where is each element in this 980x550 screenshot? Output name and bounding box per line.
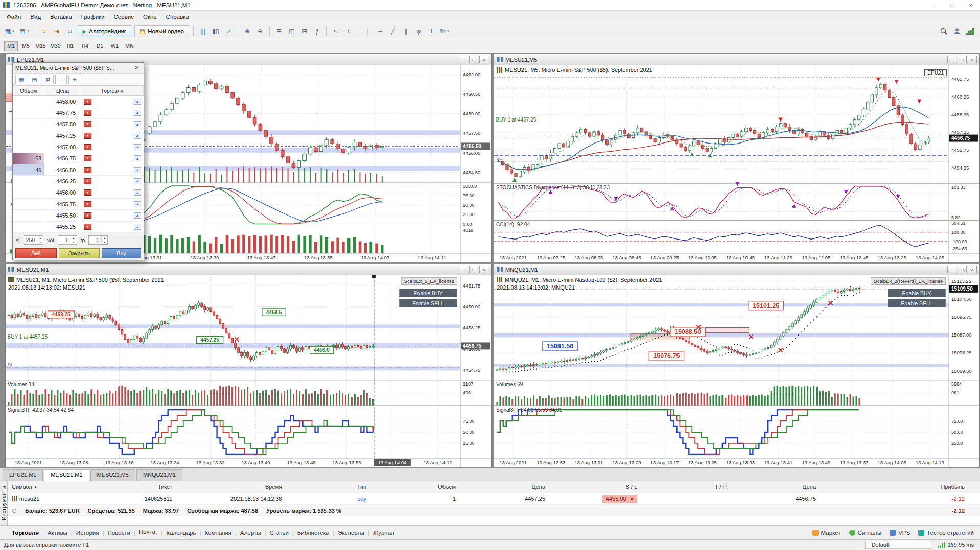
dom-depth-button[interactable]: ≡ <box>55 75 67 84</box>
ladder-price-cell[interactable]: 4455.75 <box>44 199 81 209</box>
collapse-icon[interactable]: ⊖ <box>12 507 17 514</box>
sell-at-price-button[interactable]: ▼ <box>84 121 91 127</box>
ladder-price-cell[interactable]: 4457.25 <box>44 130 81 141</box>
sell-at-price-button[interactable]: ▼ <box>84 189 91 196</box>
window-maximize-button[interactable]: □ <box>943 0 962 10</box>
zoom-out-button[interactable]: ⊖ <box>254 25 266 37</box>
chart-canvas-mesu21-m5[interactable]: 4461.754460.254458.754457.254455.754454.… <box>494 65 979 262</box>
buy-at-price-button[interactable]: ▲ <box>134 144 141 150</box>
dom-orders-button[interactable]: ▤ <box>29 75 40 84</box>
ladder-price-cell[interactable]: 4455.50 <box>44 210 81 221</box>
ladder-price-cell[interactable]: 4458.00 <box>44 96 81 107</box>
volume-stepper[interactable]: 1 ▲▼ <box>58 235 77 245</box>
profiles-button[interactable]: ▤▼ <box>17 25 31 37</box>
sell-at-price-button[interactable]: ▼ <box>84 155 91 161</box>
toolbox-tab-Статьи[interactable]: Статьи <box>266 528 292 538</box>
sell-at-price-button[interactable]: ▼ <box>84 110 91 116</box>
column-header-trade[interactable]: Торговля <box>81 86 144 95</box>
menu-Вид[interactable]: Вид <box>26 12 45 21</box>
signals-button[interactable]: Сигналы <box>849 530 882 536</box>
ladder-price-cell[interactable]: 4456.00 <box>44 187 81 198</box>
column-header-Тикет[interactable]: Тикет <box>89 484 176 490</box>
timeframe-H1[interactable]: H1 <box>63 41 77 51</box>
toolbox-tab-Календарь[interactable]: Календарь <box>162 528 199 538</box>
channel-button[interactable]: ∥ <box>400 25 412 37</box>
new-order-button[interactable]: ▤ Новый ордер <box>134 25 189 37</box>
timeframe-MN[interactable]: MN <box>123 41 136 51</box>
vps-button[interactable]: VPS <box>890 530 910 536</box>
community-button[interactable]: ☺ <box>64 25 76 37</box>
app-titlebar[interactable]: 1263286 - AMPGlobalEU-Demo: Демо-счет - … <box>0 0 980 11</box>
buy-at-price-button[interactable]: ▲ <box>134 189 141 196</box>
timeframe-D1[interactable]: D1 <box>93 41 107 51</box>
toolbox-tab-Активы[interactable]: Активы <box>44 528 71 538</box>
timeframe-M15[interactable]: M15 <box>34 41 48 51</box>
candles-chart-button[interactable]: ▮▯ <box>209 25 222 37</box>
chart-maximize-button[interactable]: □ <box>958 56 967 63</box>
stepper-arrows[interactable]: ▲▼ <box>101 236 107 244</box>
buy-at-price-button[interactable]: ▲ <box>134 99 141 105</box>
column-header-S / L[interactable]: S / L <box>549 484 641 490</box>
sl-stepper[interactable]: 250 ▲▼ <box>24 235 44 245</box>
chart-maximize-button[interactable]: □ <box>469 56 478 63</box>
column-header-price[interactable]: Цена <box>44 86 81 95</box>
ladder-price-cell[interactable]: 4457.50 <box>44 119 81 130</box>
column-header-Символ[interactable]: Символ▲ <box>8 484 89 490</box>
zoom-in-button[interactable]: ⊕ <box>241 25 253 37</box>
window-minimize-button[interactable]: – <box>925 0 943 10</box>
chart-maximize-button[interactable]: □ <box>469 266 478 273</box>
chart-tab-MESU21,M1[interactable]: MESU21,M1 <box>44 469 89 481</box>
chart-minimize-button[interactable]: – <box>459 56 468 63</box>
menu-Справка[interactable]: Справка <box>161 12 194 21</box>
sell-at-price-button[interactable]: ▼ <box>84 167 91 173</box>
toolbox-tab-История[interactable]: История <box>73 528 103 538</box>
chart-minimize-button[interactable]: – <box>459 266 468 273</box>
horizontal-line-button[interactable]: ─ <box>374 25 386 37</box>
chart-minimize-button[interactable]: – <box>947 266 956 273</box>
toolbox-tab-Новости[interactable]: Новости <box>104 528 134 538</box>
buy-at-price-button[interactable]: ▲ <box>134 121 141 127</box>
sell-at-price-button[interactable]: ▼ <box>84 201 91 207</box>
chart-titlebar[interactable]: MESU21,M1 – □ × <box>6 264 491 275</box>
ladder-price-cell[interactable]: 4457.00 <box>44 141 81 152</box>
enable-sell-button[interactable]: Enable SELL <box>888 299 946 307</box>
toolbox-tab-Торговля[interactable]: Торговля <box>8 528 42 538</box>
arrange-vertical-button[interactable]: ⊟ <box>298 25 311 37</box>
toolbox-tab-Библиотека[interactable]: Библиотека <box>294 528 333 538</box>
enable-buy-button[interactable]: Enable BUY <box>399 289 457 297</box>
news-button[interactable]: ◄ <box>51 25 63 37</box>
chart-canvas-mesu21-m1[interactable]: 4461.754460.004458.254456.504454.75SL445… <box>6 275 491 467</box>
buy-at-price-button[interactable]: ▲ <box>134 167 141 173</box>
enable-sell-button[interactable]: Enable SELL <box>399 299 457 307</box>
chart-tab-MNQU21,M1[interactable]: MNQU21,M1 <box>136 469 182 481</box>
stepper-arrows[interactable]: ▲▼ <box>37 236 43 244</box>
ladder-price-cell[interactable]: 4455.25 <box>44 222 81 232</box>
ladder-price-cell[interactable]: 4456.50 <box>44 164 81 175</box>
cursor-button[interactable]: ↖ <box>330 25 342 37</box>
new-chart-button[interactable]: ▦▼ <box>3 25 17 37</box>
chart-minimize-button[interactable]: – <box>947 56 956 63</box>
column-header-Объем[interactable]: Объем <box>370 484 460 490</box>
menu-Окно[interactable]: Окно <box>138 12 161 21</box>
chart-close-button[interactable]: × <box>479 56 488 63</box>
buy-at-price-button[interactable]: ▲ <box>134 212 141 219</box>
sell-at-price-button[interactable]: ▼ <box>84 99 91 105</box>
arrange-horizontal-button[interactable]: ◫ <box>286 25 298 37</box>
remove-sl-button[interactable]: × <box>631 496 634 502</box>
toolbox-tab-Компания[interactable]: Компания <box>201 528 235 538</box>
buy-at-price-button[interactable]: ▲ <box>134 224 141 230</box>
chart-tab-MESU21,M5[interactable]: MESU21,M5 <box>90 469 135 481</box>
column-header-Цена[interactable]: Цена <box>731 484 820 490</box>
sell-at-price-button[interactable]: ▼ <box>84 133 91 139</box>
stepper-arrows[interactable]: ▲▼ <box>71 236 77 244</box>
text-button[interactable]: T <box>425 25 437 37</box>
timeframe-H4[interactable]: H4 <box>78 41 92 51</box>
buy-at-price-button[interactable]: ▲ <box>134 201 141 207</box>
chart-close-button[interactable]: × <box>479 266 488 273</box>
chart-titlebar[interactable]: MESU21,M5 – □ × <box>494 54 979 65</box>
column-header-Прибыль[interactable]: Прибыль <box>820 484 980 490</box>
toolbox-tab-Почта[interactable]: Почта7 <box>135 527 161 538</box>
toolbox-tab-Журнал[interactable]: Журнал <box>369 528 398 538</box>
toolbox-tab-Эксперты[interactable]: Эксперты <box>334 528 367 538</box>
buy-at-price-button[interactable]: ▲ <box>134 110 141 116</box>
